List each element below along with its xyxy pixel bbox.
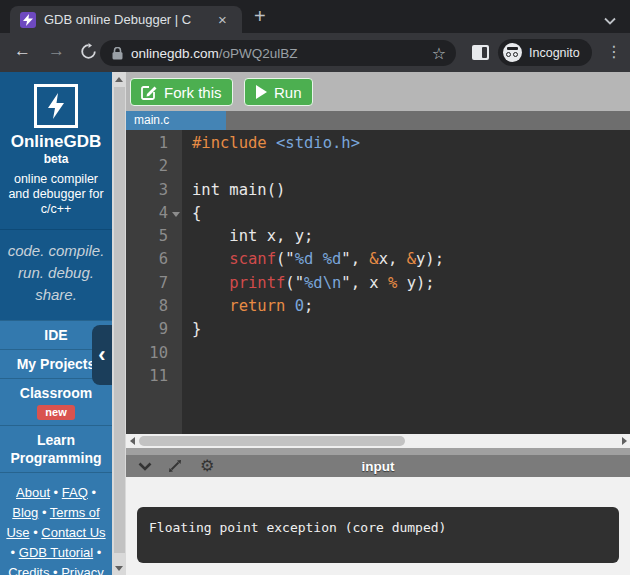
editor-hscrollbar[interactable] <box>126 434 630 448</box>
logo-beta-label: beta <box>0 152 112 166</box>
sidebar-header: OnlineGDB beta online compiler and debug… <box>0 72 112 229</box>
sidebar-collapse-handle[interactable]: ‹ <box>92 325 112 385</box>
code-text: { <box>182 202 201 225</box>
code-line: 1#include <stdio.h> <box>126 132 630 155</box>
footer-link-faq[interactable]: FAQ <box>62 485 88 500</box>
code-editor[interactable]: 1#include <stdio.h>23int main()4{5 int x… <box>126 130 630 434</box>
scroll-up-arrow[interactable] <box>112 72 126 86</box>
code-text <box>182 155 192 178</box>
code-text: } <box>182 318 201 341</box>
bookmark-star-icon[interactable]: ☆ <box>432 44 446 63</box>
chevron-left-icon: ‹ <box>98 342 105 368</box>
code-line: 4{ <box>126 202 630 225</box>
footer-link-about[interactable]: About <box>16 485 50 500</box>
footer-links: About • FAQ • Blog • Terms of Use • Cont… <box>0 473 112 575</box>
new-tab-button[interactable]: + <box>254 4 266 28</box>
code-line: 11 <box>126 365 630 388</box>
code-text <box>182 365 192 388</box>
code-line: 2 <box>126 155 630 178</box>
line-number: 6 <box>126 248 182 271</box>
reload-button[interactable] <box>80 43 97 65</box>
footer-link-privacy[interactable]: Privacy <box>61 565 104 575</box>
back-button[interactable]: ← <box>14 41 31 61</box>
code-line: 3int main() <box>126 179 630 202</box>
line-number: 9 <box>126 318 182 341</box>
browser-tab[interactable]: GDB online Debugger | C × <box>10 6 242 33</box>
line-number: 7 <box>126 272 182 295</box>
footer-link-credits[interactable]: Credits <box>8 565 49 575</box>
onlinegdb-favicon-icon <box>20 12 36 28</box>
code-text: printf("%d\n", x % y); <box>182 272 435 295</box>
line-number: 11 <box>126 365 182 388</box>
forward-button[interactable]: → <box>48 41 65 61</box>
sidebar-motto: code. compile. run. debug. share. <box>0 229 112 320</box>
hscrollbar-thumb[interactable] <box>139 436 405 446</box>
code-line: 10 <box>126 342 630 365</box>
incognito-label: Incognito <box>529 46 580 60</box>
code-text: int main() <box>182 179 285 202</box>
tab-list-chevron-icon[interactable] <box>604 11 616 29</box>
expand-panel-icon[interactable] <box>168 459 182 473</box>
fork-this-label: Fork this <box>164 84 222 101</box>
code-line: 5 int x, y; <box>126 225 630 248</box>
editor-lines: 1#include <stdio.h>23int main()4{5 int x… <box>126 132 630 388</box>
logo-title: OnlineGDB <box>0 132 112 152</box>
run-label: Run <box>274 84 302 101</box>
run-button[interactable]: Run <box>244 78 313 106</box>
code-text: return 0; <box>182 295 313 318</box>
line-number: 1 <box>126 132 182 155</box>
footer-link-gdb-tutorial[interactable]: GDB Tutorial <box>19 545 93 560</box>
line-number: 4 <box>126 202 182 225</box>
settings-gear-icon[interactable]: ⚙ <box>200 458 214 474</box>
line-number: 5 <box>126 225 182 248</box>
page-content: OnlineGDB beta online compiler and debug… <box>0 72 630 575</box>
file-tabstrip: main.c <box>126 111 630 130</box>
code-line: 8 return 0; <box>126 295 630 318</box>
tab-close-icon[interactable]: × <box>218 12 227 27</box>
omnibox[interactable]: onlinegdb.com/oPWQ2ulBZ ☆ <box>100 40 456 66</box>
code-line: 9} <box>126 318 630 341</box>
fold-triangle-icon[interactable] <box>172 212 180 217</box>
sidebar-item-label: Classroom <box>2 384 110 402</box>
fork-this-button[interactable]: Fork this <box>130 78 233 106</box>
line-number: 10 <box>126 342 182 365</box>
menu-kebab-icon[interactable]: ⋮ <box>606 42 622 61</box>
scroll-down-arrow[interactable] <box>112 561 126 575</box>
panel-resize-strip[interactable] <box>126 448 630 455</box>
ide-main: Fork this Run main.c 1#include <stdio.h>… <box>126 72 630 575</box>
scroll-right-arrow[interactable] <box>618 434 630 448</box>
code-text <box>182 342 192 365</box>
browser-window: GDB online Debugger | C × + ← → onlinegd… <box>0 0 630 575</box>
line-number: 8 <box>126 295 182 318</box>
collapse-panel-chevron-icon[interactable] <box>138 462 152 471</box>
code-text: scanf("%d %d", &x, &y); <box>182 248 444 271</box>
console-output[interactable]: Floating point exception (core dumped) <box>137 507 619 563</box>
onlinegdb-logo[interactable] <box>34 84 78 128</box>
code-line: 6 scanf("%d %d", &x, &y); <box>126 248 630 271</box>
code-line: 7 printf("%d\n", x % y); <box>126 272 630 295</box>
url-path: /oPWQ2ulBZ <box>219 46 298 61</box>
input-panel-bar: ⚙ input <box>126 455 630 477</box>
incognito-icon <box>503 43 522 62</box>
footer-link-contact-us[interactable]: Contact Us <box>41 525 105 540</box>
code-text: int x, y; <box>182 225 313 248</box>
url-toolbar: ← → onlinegdb.com/oPWQ2ulBZ ☆ Incognito … <box>0 33 630 72</box>
sidebar-tagline: online compiler and debugger for c/c++ <box>0 166 112 229</box>
file-tab-main-c[interactable]: main.c <box>126 111 226 130</box>
tab-title: GDB online Debugger | C <box>44 12 216 27</box>
scrollbar-thumb[interactable] <box>114 87 125 553</box>
new-badge: new <box>37 405 74 420</box>
browser-tabbar: GDB online Debugger | C × + <box>0 0 630 33</box>
scroll-left-arrow[interactable] <box>126 434 138 448</box>
play-icon <box>255 85 267 99</box>
lightning-bolt-icon <box>47 93 65 119</box>
sidebar-item-learn-programming[interactable]: Learn Programming <box>0 426 112 473</box>
console-text: Floating point exception (core dumped) <box>149 520 446 535</box>
side-panel-button[interactable] <box>472 45 489 60</box>
footer-link-blog[interactable]: Blog <box>12 505 38 520</box>
url-domain: onlinegdb.com <box>131 46 219 61</box>
page-scrollbar[interactable] <box>112 72 126 575</box>
sidebar-item-classroom[interactable]: Classroomnew <box>0 379 112 426</box>
sidebar: OnlineGDB beta online compiler and debug… <box>0 72 112 575</box>
lock-icon <box>112 47 123 60</box>
